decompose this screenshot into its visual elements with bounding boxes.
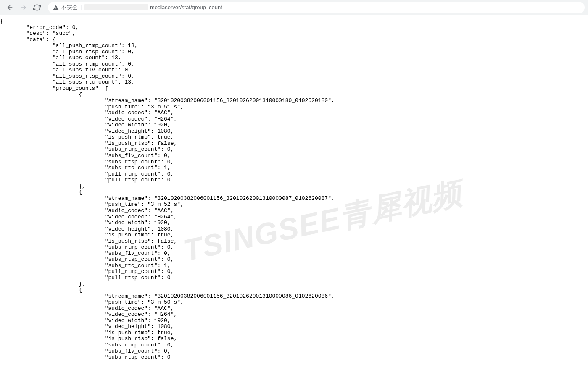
forward-button[interactable]: [17, 1, 30, 14]
warning-icon: [53, 5, 59, 10]
reload-button[interactable]: [30, 1, 44, 14]
reload-icon: [33, 4, 41, 11]
browser-toolbar: 不安全 | xxxxxxxxxxxxxxxxxxxxxxxxxxx medias…: [0, 0, 588, 15]
url-path: mediaserver/stat/group_count: [150, 4, 222, 10]
back-button[interactable]: [3, 1, 17, 14]
address-bar[interactable]: 不安全 | xxxxxxxxxxxxxxxxxxxxxxxxxxx medias…: [48, 2, 585, 13]
arrow-left-icon: [6, 4, 14, 11]
arrow-right-icon: [20, 4, 27, 11]
url-divider: |: [80, 4, 82, 10]
security-label: 不安全: [61, 4, 78, 11]
url-hidden-part: xxxxxxxxxxxxxxxxxxxxxxxxxxx: [84, 4, 148, 10]
json-content: { "error_code": 0, "desp": "succ", "data…: [0, 15, 588, 364]
